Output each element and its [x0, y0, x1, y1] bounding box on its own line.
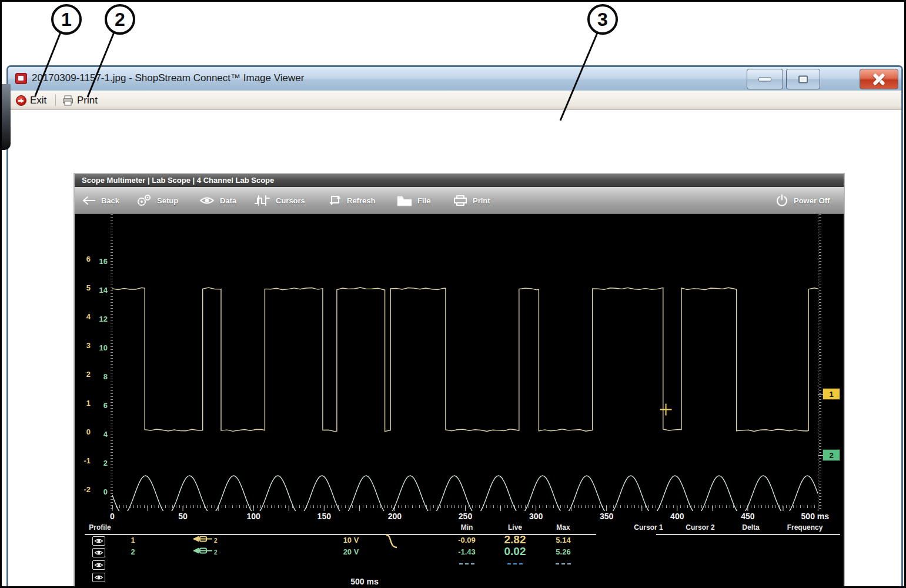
viewer-toolbar: Exit Print — [8, 91, 901, 110]
minimize-icon — [758, 77, 771, 81]
time-axis-label: 350 — [600, 512, 613, 521]
col-profile: Profile — [89, 523, 111, 532]
shopstream-image-viewer-window: 20170309-1157-1.jpg - ShopStream Connect… — [6, 65, 903, 588]
header-rule-right — [656, 534, 840, 535]
window-titlebar[interactable]: 20170309-1157-1.jpg - ShopStream Connect… — [8, 67, 901, 91]
time-axis-label: 150 — [317, 512, 331, 521]
ch2-axis-label: 12 — [92, 315, 108, 323]
max-value: 5.26 — [556, 547, 570, 556]
cursors-icon — [254, 195, 270, 206]
ch1-axis-label: -2 — [75, 485, 91, 494]
eye-icon — [199, 195, 215, 206]
channel-2-visibility-toggle[interactable] — [92, 548, 105, 557]
setup-button[interactable]: Setup — [136, 187, 178, 214]
scope-screenshot: Scope Multimeter | Lab Scope | 4 Channel… — [75, 174, 844, 588]
print-button-scope[interactable]: Print — [453, 187, 490, 214]
col-max: Max — [556, 523, 570, 532]
min-value: -1.43 — [458, 547, 476, 556]
callout-1: 1 — [51, 4, 82, 35]
power-off-button[interactable]: Power Off — [775, 187, 830, 214]
ch1-axis-label: 0 — [75, 427, 91, 436]
back-button[interactable]: Back — [82, 187, 119, 214]
major-ticks — [112, 506, 818, 511]
col-delta: Delta — [742, 523, 759, 532]
data-button[interactable]: Data — [199, 187, 236, 214]
back-icon — [82, 196, 96, 205]
channel2-marker[interactable]: 2 — [823, 449, 840, 461]
svg-text:2: 2 — [214, 537, 218, 544]
callout-3-number: 3 — [597, 9, 608, 31]
ch1-axis-label: 4 — [75, 312, 91, 321]
col-cursor1: Cursor 1 — [634, 523, 663, 532]
col-frequency: Frequency — [787, 523, 823, 532]
refresh-button[interactable]: Refresh — [329, 187, 375, 214]
svg-text:2: 2 — [214, 549, 218, 556]
col-cursor2: Cursor 2 — [686, 523, 714, 532]
channel1-marker[interactable]: 1 — [823, 388, 840, 400]
probe-icon[interactable]: 2 — [192, 534, 220, 546]
probe-scale: 20 V — [343, 547, 359, 556]
refresh-icon — [329, 195, 342, 206]
channel-number: 2 — [131, 547, 135, 556]
gear-icon — [136, 194, 152, 207]
folder-icon — [397, 195, 412, 206]
ch1-axis-label: 1 — [75, 399, 91, 407]
app-icon — [15, 73, 27, 84]
live-dash — [507, 563, 523, 564]
close-button[interactable] — [860, 69, 898, 89]
ch2-axis-label: 4 — [92, 430, 108, 439]
live-value: 2.82 — [504, 533, 526, 546]
min-value: -0.09 — [458, 536, 476, 544]
ch2-axis-label: 8 — [92, 372, 108, 381]
time-axis-label: 300 — [529, 512, 543, 521]
cursors-button[interactable]: Cursors — [254, 187, 305, 214]
maximize-button[interactable] — [786, 69, 820, 89]
right-tick-ruler — [819, 214, 821, 511]
callout-1-number: 1 — [61, 9, 72, 31]
time-axis-label: 500 ms — [801, 512, 829, 521]
min-dash — [459, 563, 474, 564]
probe-scale: 10 V — [343, 536, 359, 544]
page-edge-tab — [2, 84, 11, 150]
ch2-axis-label: 16 — [92, 257, 108, 266]
ch1-axis-label: 3 — [75, 341, 91, 350]
col-live: Live — [508, 523, 522, 532]
toolbar-separator — [55, 95, 56, 106]
probe-icon[interactable]: 2 — [192, 546, 220, 557]
print-icon — [62, 95, 73, 106]
figure-canvas: 1 2 3 20170309-1157-1.jpg - ShopStream C… — [0, 0, 906, 588]
callout-3: 3 — [587, 4, 618, 35]
power-icon — [775, 194, 788, 207]
print-button[interactable]: Print — [62, 92, 98, 108]
file-button[interactable]: File — [397, 187, 430, 214]
max-value: 5.14 — [556, 536, 570, 544]
waveform-plot[interactable]: 6543210-1-2-3 1614121086420-2 1 2 — [75, 214, 844, 511]
maximize-icon — [798, 75, 808, 83]
time-axis-label: 200 — [388, 512, 402, 521]
time-axis: 050100150200250300350400450500 ms — [75, 511, 844, 523]
time-axis-label: 0 — [110, 512, 115, 521]
channel-3-visibility-toggle[interactable] — [92, 560, 105, 570]
max-dash — [556, 563, 571, 564]
time-axis-label: 400 — [670, 512, 684, 521]
channel1-square-wave — [112, 288, 818, 432]
profile-table: Profile Min Live Max Cursor 1 Cursor 2 D… — [75, 523, 844, 588]
exit-button[interactable]: Exit — [16, 92, 46, 108]
window-title: 20170309-1157-1.jpg - ShopStream Connect… — [32, 72, 304, 84]
channel-1-visibility-toggle[interactable] — [92, 536, 105, 546]
scope-toolbar: Back Setup Data — [75, 187, 844, 214]
ch2-axis-label: 2 — [92, 459, 108, 467]
live-value: 0.02 — [504, 545, 526, 558]
time-axis-label: 250 — [459, 512, 472, 521]
scope-breadcrumb: Scope Multimeter | Lab Scope | 4 Channel… — [75, 174, 844, 187]
ch2-axis-label: 6 — [92, 401, 108, 410]
ch2-axis-label: 14 — [92, 286, 108, 295]
channel-4-visibility-toggle[interactable] — [92, 573, 105, 582]
ch1-axis-label: 5 — [75, 283, 91, 292]
minimize-button[interactable] — [747, 69, 783, 89]
trigger-slope-icon[interactable] — [383, 534, 406, 549]
time-axis-label: 450 — [741, 512, 754, 521]
ch1-axis-label: 2 — [75, 370, 91, 379]
col-min: Min — [461, 523, 473, 532]
cursor-marker-icon[interactable] — [660, 404, 672, 416]
